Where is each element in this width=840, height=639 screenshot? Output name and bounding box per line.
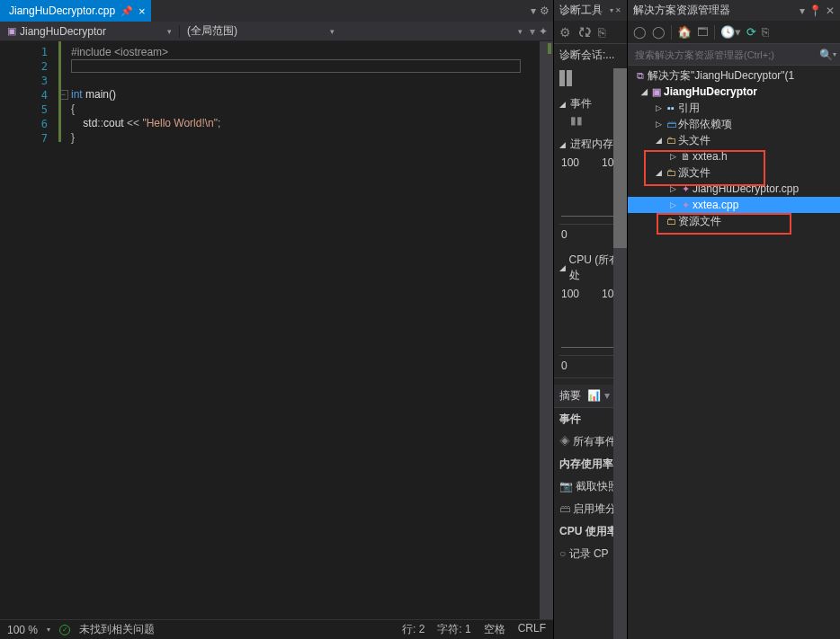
memory-section[interactable]: ◢进程内存 [559,134,621,155]
pin-icon[interactable]: 📍 [809,4,822,17]
sync-icon[interactable]: 🕓▾ [720,25,741,39]
split-icon[interactable]: ▾ [530,25,535,38]
navigation-bar: ▣ JiangHuDecryptor ▾ (全局范围) ▾ ▾ ▾ ✦ [0,22,553,41]
chevron-down-icon: ▾ [330,27,335,36]
expand-icon[interactable]: ◢ [639,87,649,96]
line-indicator[interactable]: 行: 2 [402,622,424,637]
solution-node[interactable]: ⧉ 解决方案"JiangHuDecryptor"(1 [628,67,840,84]
nav-project-dropdown[interactable]: ▣ JiangHuDecryptor ▾ [0,25,180,38]
project-icon: ▣ [7,25,16,37]
line-number: 4 [0,88,48,102]
zoom-level[interactable]: 100 % [7,624,38,636]
editor-scrollbar[interactable] [540,41,553,619]
pause-small-icon: ▮▮ [559,114,621,127]
refresh-icon[interactable]: ⟳ [746,25,756,39]
nav-scope-dropdown[interactable]: (全局范围) ▾ [180,23,342,39]
expand-icon[interactable]: ▷ [667,152,678,161]
gear-icon[interactable]: ⚙ [559,25,571,40]
code-content[interactable]: #include <iostream> int main() { std::co… [71,41,553,619]
expand-icon[interactable]: ◢ [653,168,664,177]
solution-explorer-panel: 解决方案资源管理器 ▾ 📍 ✕ ◯ ◯ 🏠 🗔 🕓▾ ⟳ ⎘ 🔍 ▾ ⧉ 解决方… [628,0,840,639]
expand-icon[interactable]: ▷ [653,120,664,129]
tab-filename: JiangHuDecryptor.cpp [9,4,115,17]
diag-scrollbar[interactable] [613,68,627,639]
dropdown-icon[interactable]: ▾ [531,4,536,17]
diagnostics-header: 诊断工具 ▾ ✕ [554,0,627,21]
folder-icon: 🗀 [664,135,678,146]
expand-icon[interactable]: ▷ [667,184,678,193]
solution-explorer-title: 解决方案资源管理器 [633,3,730,18]
tool-icon[interactable]: ⎘ [598,25,605,40]
summary-tab[interactable]: 摘要 [559,389,581,402]
line-number: 2 [0,59,48,74]
solution-toolbar: ◯ ◯ 🏠 🗔 🕓▾ ⟳ ⎘ [628,21,840,44]
status-ok-icon: ✓ [59,625,70,635]
nav-member-dropdown[interactable]: ▾ [342,27,530,36]
line-number-gutter: 1 2 3 4 5 6 7 [0,41,58,619]
expand-icon[interactable]: ▷ [653,103,664,112]
file-tab-active[interactable]: JiangHuDecryptor.cpp 📌 × [0,0,151,22]
zoom-dropdown-icon[interactable]: ▾ [47,626,50,634]
search-dropdown-icon[interactable]: ▾ [833,50,836,58]
collapse-icon[interactable]: ⎘ [762,25,769,39]
gear-icon[interactable]: ⚙ [540,4,550,17]
char-indicator[interactable]: 字符: 1 [437,622,470,637]
memory-chart [559,171,621,225]
line-number: 1 [0,45,48,59]
code-editor[interactable]: 1 2 3 4 5 6 7 − #include <iostream> int … [0,41,553,619]
change-indicator [58,41,61,142]
decryptor-cpp-file[interactable]: ▷ ✦ JiangHuDecryptor.cpp [628,181,840,197]
line-number: 6 [0,117,48,131]
folder-icon: 🗀 [664,216,678,226]
header-file-icon: 🗎 [678,151,693,162]
solution-explorer-header: 解决方案资源管理器 ▾ 📍 ✕ [628,0,840,21]
cpp-file-icon: ✦ [678,183,693,195]
add-icon[interactable]: ✦ [539,25,548,38]
external-deps-node[interactable]: ▷ 🗃 外部依赖项 [628,116,840,132]
tab-overflow: ▾ ⚙ [527,0,553,22]
pin-icon[interactable]: 📌 [121,5,133,17]
resource-files-folder[interactable]: 🗀 资源文件 [628,213,840,229]
dropdown-icon[interactable]: ▾ [800,4,805,17]
refresh-icon[interactable]: 🗘 [578,25,591,40]
references-node[interactable]: ▷ ▪▪ 引用 [628,100,840,116]
home-icon[interactable]: 🏠 [677,25,692,39]
dependencies-icon: 🗃 [664,119,678,129]
expand-icon[interactable]: ◢ [653,136,664,145]
search-icon[interactable]: 🔍 [819,49,833,61]
diagnostics-panel: 诊断工具 ▾ ✕ ⚙ 🗘 ⎘ 诊断会话:... ◢事件 ▮▮ ◢进程内存 100… [554,0,628,639]
cpu-chart [559,302,621,356]
source-files-folder[interactable]: ◢ 🗀 源文件 [628,164,840,181]
project-node[interactable]: ◢ ▣ JiangHuDecryptor [628,84,840,100]
xxtea-h-file[interactable]: ▷ 🗎 xxtea.h [628,148,840,164]
events-section[interactable]: ◢事件 [559,93,621,114]
references-icon: ▪▪ [664,102,678,113]
back-icon[interactable]: ◯ [633,25,647,39]
line-number: 5 [0,102,48,117]
files-icon[interactable]: 🗔 [697,25,709,39]
xxtea-cpp-file[interactable]: ▷ ✦ xxtea.cpp [628,197,840,213]
scrollbar-thumb[interactable] [548,43,551,54]
search-input[interactable] [631,49,819,60]
line-number: 3 [0,74,48,88]
close-icon[interactable]: × [139,4,146,18]
encoding-indicator[interactable]: CRLF [518,622,546,637]
diagnostics-title: 诊断工具 [559,3,603,18]
cpu-section[interactable]: ◢CPU (所有处 [559,250,621,286]
main-editor-area: JiangHuDecryptor.cpp 📌 × ▾ ⚙ ▣ JiangHuDe… [0,0,554,639]
chevron-down-icon: ▾ [518,27,523,36]
forward-icon[interactable]: ◯ [652,25,666,39]
chevron-down-icon: ▾ [167,27,172,36]
dropdown-icon[interactable]: ▾ ✕ [610,6,621,14]
indentation-indicator[interactable]: 空格 [484,622,505,637]
scrollbar-thumb[interactable] [613,68,627,248]
solution-search[interactable]: 🔍 ▾ [628,44,840,66]
summary-icons[interactable]: 📊 ▾ [587,389,609,402]
header-files-folder[interactable]: ◢ 🗀 头文件 [628,132,840,148]
project-icon: ▣ [649,86,664,98]
close-icon[interactable]: ✕ [826,4,835,17]
expand-icon[interactable]: ▷ [667,200,678,209]
diag-session-label: 诊断会话:... [554,44,627,67]
tab-bar: JiangHuDecryptor.cpp 📌 × ▾ ⚙ [0,0,553,22]
diagnostics-toolbar: ⚙ 🗘 ⎘ [554,21,627,44]
